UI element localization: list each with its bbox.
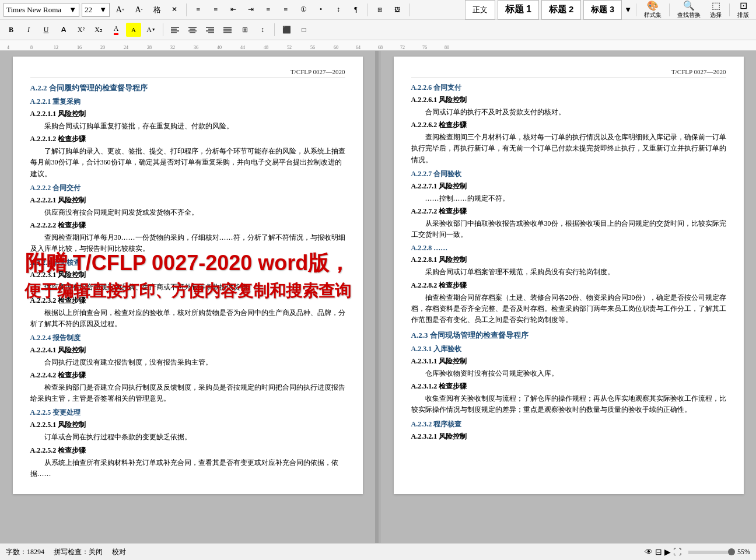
ruler-mark-17: 72: [400, 45, 405, 50]
align-c-button[interactable]: [185, 23, 200, 37]
style-biaoti1-button[interactable]: 标题 1: [498, 0, 539, 20]
sort-button[interactable]: ↕: [331, 3, 346, 17]
ruler-mark-6: 28: [147, 45, 152, 50]
heading-A2221: A.2.2.2.1 风险控制: [30, 195, 345, 205]
right-content: A.2.2.6 合同支付 A.2.2.6.1 风险控制 合同或订单的执行不及时及…: [411, 83, 726, 442]
heading-A223: A.2.2.3 品质核查: [30, 258, 345, 268]
body-A2261: 合同或订单的执行不及时及货款支付的核对。: [411, 107, 726, 118]
clear-format-button[interactable]: ✕: [167, 3, 182, 17]
ruler-mark-10: 44: [240, 45, 245, 50]
heading-A232: A.2.3.2 程序核查: [411, 419, 726, 429]
font-color-icon: A: [114, 24, 119, 35]
body-A2211: 采购合同或订购单重复打签批，存在重复购进、付款的风险。: [30, 121, 345, 132]
heading-A2312: A.2.3.1.2 检查步骤: [411, 382, 726, 391]
arrange-label: 排版: [737, 11, 749, 19]
ruler-mark-15: 64: [356, 45, 360, 50]
right-document-panel[interactable]: T/CFLP 0027—2020 A.2.2.6 合同支付 A.2.2.6.1 …: [379, 51, 756, 543]
zoom-level: 55%: [737, 548, 750, 556]
heading-A2281: A.2.2.8.1 风险控制: [411, 255, 726, 265]
superscript-button[interactable]: X²: [74, 23, 89, 37]
sep8: [274, 23, 275, 36]
style-zhengwen-button[interactable]: 正文: [465, 0, 495, 20]
heading-A221: A.2.2.1 重复采购: [30, 97, 345, 107]
line-spacing2-button[interactable]: ↕: [255, 23, 270, 37]
underline-button[interactable]: U: [38, 23, 54, 37]
ruler-mark-14: 60: [334, 45, 338, 50]
body-A2262: 查阅检查期间三个月材料订单，核对每一订单的执行情况以及仓库明细账入库记录，确保前…: [411, 132, 726, 166]
body-A2241: 合同执行进度没有建立报告制度，没有报告采购主管。: [30, 357, 345, 368]
align-l-button[interactable]: [167, 23, 183, 37]
subscript-button[interactable]: X₂: [91, 23, 106, 37]
body-A2242: 检查采购部门是否建立合同执行制度及反馈制度，采购员是否按规定的时间把合同的执行进…: [30, 382, 345, 404]
heading-A231: A.2.3.1 入库验收: [411, 344, 726, 354]
body-A2222: 查阅检查期间订单每月30……一份货物的采购，仔细核对……符，分析了解不符情况，与…: [30, 232, 345, 254]
align-center-button[interactable]: ≡: [261, 3, 276, 17]
align-left-button[interactable]: ≡: [191, 3, 206, 17]
align-j-button[interactable]: [220, 23, 235, 37]
font-size-label: 22: [85, 5, 92, 15]
align-justify-button[interactable]: ≡: [278, 3, 293, 17]
insert-image-button[interactable]: 🖼: [390, 3, 405, 17]
heading-A2242: A.2.2.4.2 检查步骤: [30, 370, 345, 380]
italic-button[interactable]: I: [21, 23, 36, 37]
align-right-button[interactable]: ≡: [208, 3, 223, 17]
heading-A2252: A.2.2.5.2 检查步骤: [30, 446, 345, 456]
body-A2212: 了解订购单的录入、更改、签批、提交、打印程序，分析每个环节可能存在的风险，从系统…: [30, 146, 345, 180]
body-A2271: ……控制……的规定不符。: [411, 193, 726, 204]
heading-A2211: A.2.2.1.1 风险控制: [30, 109, 345, 119]
style-expand-icon[interactable]: ▼: [624, 5, 632, 15]
border-button[interactable]: □: [296, 23, 312, 37]
bullets-button[interactable]: •: [313, 3, 328, 17]
style-set-button[interactable]: 🎨 样式集: [640, 0, 665, 20]
left-document-panel[interactable]: 附赠 T/CFLP 0027-2020 word版， 便于编辑直接打印、方便内容…: [0, 51, 375, 543]
dist-button[interactable]: ⊞: [237, 23, 253, 37]
word-count: 字数：18294: [6, 547, 44, 557]
indent-increase-button[interactable]: ⇥: [243, 3, 258, 17]
ruler-mark-7: 32: [170, 45, 175, 50]
format-painter-button[interactable]: 格: [149, 3, 164, 17]
increase-font-button[interactable]: A+: [112, 3, 128, 17]
decrease-font-button[interactable]: A-: [131, 3, 147, 17]
toolbar-row1: Times New Roma ▼ 22 ▼ A+ A- 格 ✕ ≡ ≡ ⇤ ⇥ …: [0, 0, 756, 20]
shading-button[interactable]: A▼: [144, 23, 159, 37]
indent-decrease-button[interactable]: ⇤: [226, 3, 241, 17]
numbering-button[interactable]: ①: [296, 3, 311, 17]
font-name-dropdown[interactable]: Times New Roma ▼: [4, 3, 79, 17]
heading-A2271: A.2.2.7.1 风险控制: [411, 181, 726, 191]
shading2-button[interactable]: ⬛: [279, 23, 294, 37]
align-r-button[interactable]: [202, 23, 218, 37]
view-eye-icon[interactable]: 👁: [645, 548, 653, 557]
heading-A2262: A.2.2.6.2 检查步骤: [411, 120, 726, 130]
find-replace-button[interactable]: 🔍 查找替换: [674, 0, 704, 20]
view-fullscreen-icon[interactable]: ⛶: [673, 548, 681, 557]
zoom-slider[interactable]: [688, 551, 735, 554]
arrange-button[interactable]: ⊡ 排版: [734, 0, 752, 20]
strikethrough-button[interactable]: A̶: [56, 23, 71, 37]
body-A2272: 从采验收部门中抽取验收报告或验收单30份，根据验收项目上的合同规定的交货时间，比…: [411, 218, 726, 240]
style-biaoti3-button[interactable]: 标题 3: [583, 0, 622, 20]
bold-button[interactable]: B: [4, 23, 19, 37]
ruler-mark-4: 20: [100, 45, 105, 50]
view-layout-icon[interactable]: ⊟: [655, 547, 662, 557]
select-button[interactable]: ⬚ 选择: [706, 0, 725, 20]
paragraph-mark-button[interactable]: ¶: [348, 3, 363, 17]
ruler-mark-13: 56: [310, 45, 315, 50]
body-A2311: 仓库验收物资时没有按公司规定验收入库。: [411, 368, 726, 379]
heading-A23: A.2.3 合同现场管理的检查督导程序: [411, 330, 726, 341]
font-size-dropdown[interactable]: 22 ▼: [82, 3, 110, 17]
right-page: T/CFLP 0027—2020 A.2.2.6 合同支付 A.2.2.6.1 …: [394, 57, 744, 494]
insert-table-button[interactable]: ⊞: [372, 3, 387, 17]
style-set-icon: 🎨: [647, 0, 659, 11]
ruler: 4 8 12 16 20 24 28 32 36 40 44 48 52 56 …: [0, 40, 756, 51]
heading-A2251: A.2.2.5.1 风险控制: [30, 420, 345, 430]
arrange-icon: ⊡: [740, 0, 747, 11]
heading-A226: A.2.2.6 合同支付: [411, 83, 726, 93]
highlight-button[interactable]: A: [126, 23, 141, 37]
style-biaoti2-button[interactable]: 标题 2: [541, 0, 582, 20]
main-content: 附赠 T/CFLP 0027-2020 word版， 便于编辑直接打印、方便内容…: [0, 51, 756, 543]
ruler-mark-3: 16: [77, 45, 82, 50]
view-play-icon[interactable]: ▶: [664, 547, 671, 557]
heading-A2222: A.2.2.2.2 检查步骤: [30, 220, 345, 230]
ruler-mark-12: 52: [287, 45, 292, 50]
font-color-button[interactable]: A: [108, 23, 124, 37]
